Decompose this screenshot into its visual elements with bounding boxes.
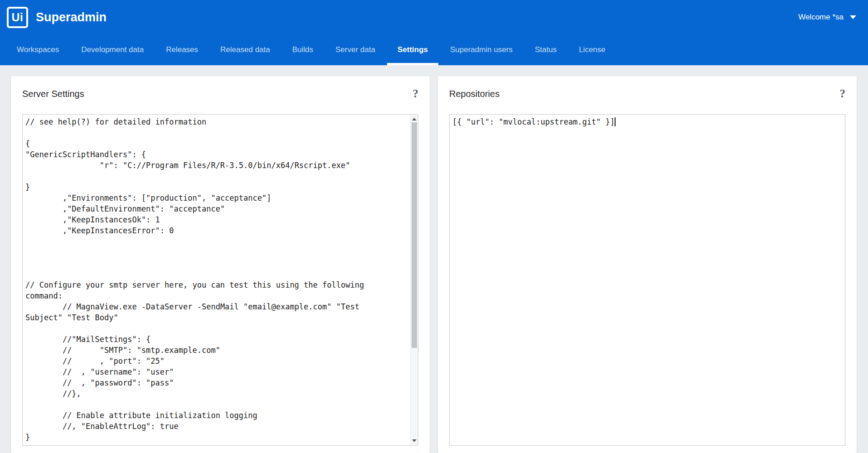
main-content: Server Settings ? // see help(?) for det…	[0, 65, 868, 453]
tab-server-data[interactable]: Server data	[335, 34, 375, 65]
app-title: Superadmin	[36, 10, 107, 24]
user-menu-dropdown[interactable]: Welcome *sa	[798, 13, 856, 22]
chevron-down-icon	[850, 15, 856, 19]
main-nav: Workspaces Development data Releases Rel…	[0, 34, 868, 65]
scrollbar-up-arrow-icon[interactable]	[412, 118, 417, 120]
server-settings-header: Server Settings ?	[22, 89, 418, 99]
tab-workspaces[interactable]: Workspaces	[17, 34, 59, 65]
app-header: Ui Superadmin Welcome *sa Workspaces Dev…	[0, 0, 868, 65]
tab-builds[interactable]: Builds	[292, 34, 313, 65]
user-menu-label: Welcome *sa	[798, 13, 844, 22]
tab-superadmin-users[interactable]: Superadmin users	[450, 34, 513, 65]
tab-settings[interactable]: Settings	[398, 34, 428, 65]
tab-status[interactable]: Status	[535, 34, 557, 65]
server-settings-panel: Server Settings ? // see help(?) for det…	[11, 76, 430, 453]
repositories-editor-text: [{ "url": "mvlocal:upstream.git" }]	[452, 117, 615, 126]
text-cursor	[615, 117, 616, 126]
app-logo-icon: Ui	[7, 7, 28, 28]
repositories-header: Repositories ?	[449, 89, 845, 99]
server-settings-title: Server Settings	[22, 89, 84, 99]
tab-license[interactable]: License	[579, 34, 606, 65]
server-settings-help-icon[interactable]: ?	[413, 89, 419, 99]
tab-development-data[interactable]: Development data	[81, 34, 144, 65]
repositories-editor[interactable]: [{ "url": "mvlocal:upstream.git" }]	[449, 114, 845, 446]
header-top-bar: Ui Superadmin Welcome *sa	[0, 0, 868, 34]
scrollbar-thumb[interactable]	[412, 122, 417, 348]
server-settings-editor-text: // see help(?) for detailed information …	[25, 117, 364, 442]
repositories-panel: Repositories ? [{ "url": "mvlocal:upstre…	[438, 76, 857, 453]
scrollbar-down-arrow-icon[interactable]	[412, 439, 417, 442]
server-settings-editor[interactable]: // see help(?) for detailed information …	[22, 114, 418, 446]
repositories-help-icon[interactable]: ?	[840, 89, 846, 99]
editor-scrollbar[interactable]	[410, 115, 418, 445]
tab-released-data[interactable]: Released data	[220, 34, 270, 65]
repositories-title: Repositories	[449, 89, 499, 99]
tab-releases[interactable]: Releases	[166, 34, 198, 65]
